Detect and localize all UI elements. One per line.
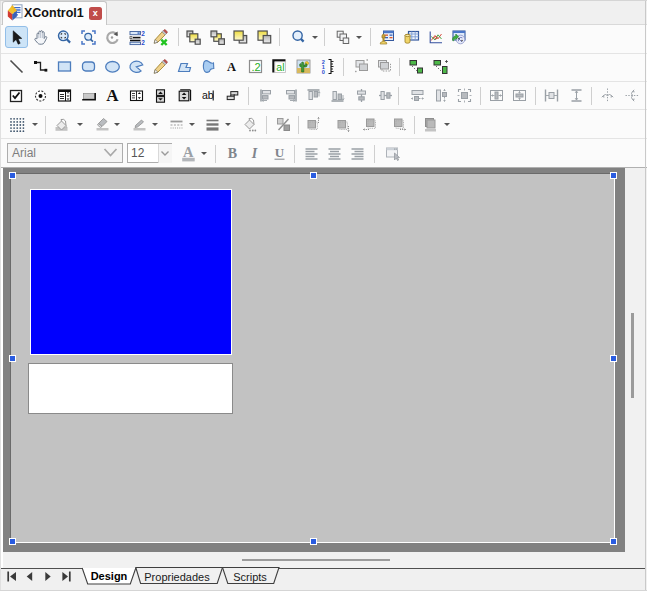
- svg-text:0: 0: [322, 69, 325, 75]
- svg-text:al: al: [276, 61, 284, 73]
- svg-text:A: A: [227, 60, 236, 74]
- svg-text:A: A: [106, 87, 119, 104]
- svg-text:2: 2: [141, 38, 145, 45]
- svg-text:2: 2: [141, 30, 145, 37]
- svg-text:B: B: [228, 146, 237, 161]
- svg-text:ab: ab: [202, 89, 214, 101]
- svg-text:I: I: [251, 146, 258, 161]
- svg-text:A: A: [183, 145, 194, 160]
- svg-text:.2: .2: [252, 61, 261, 73]
- svg-text:U: U: [275, 145, 285, 160]
